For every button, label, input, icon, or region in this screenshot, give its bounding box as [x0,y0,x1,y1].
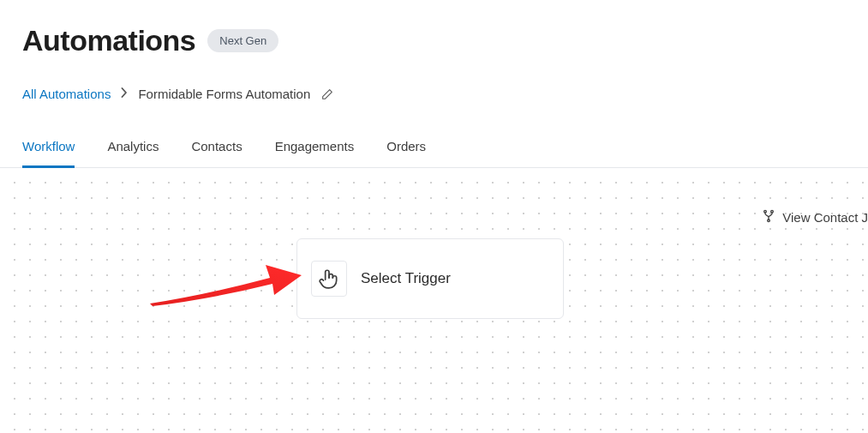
pencil-icon[interactable] [320,87,334,101]
tab-orders[interactable]: Orders [386,139,426,168]
breadcrumb-current: Formidable Forms Automation [138,87,310,101]
tabs-bar: Workflow Analytics Contacts Engagements … [0,101,868,168]
select-trigger-card[interactable]: Select Trigger [296,238,564,319]
branch-icon [762,209,775,226]
page-title: Automations [22,24,195,57]
chevron-right-icon [121,87,128,100]
tab-analytics[interactable]: Analytics [107,139,159,168]
workflow-canvas[interactable]: View Contact J Select Trigger [0,168,868,433]
next-gen-badge: Next Gen [207,29,278,52]
view-contact-label: View Contact J [782,210,868,225]
breadcrumb-root-link[interactable]: All Automations [22,87,111,101]
tab-contacts[interactable]: Contacts [191,139,242,168]
tab-workflow[interactable]: Workflow [22,139,75,168]
view-contact-journey-button[interactable]: View Contact J [762,209,868,226]
tab-engagements[interactable]: Engagements [275,139,355,168]
breadcrumb: All Automations Formidable Forms Automat… [0,57,868,101]
trigger-card-label: Select Trigger [361,270,451,287]
hand-click-icon [311,261,347,297]
